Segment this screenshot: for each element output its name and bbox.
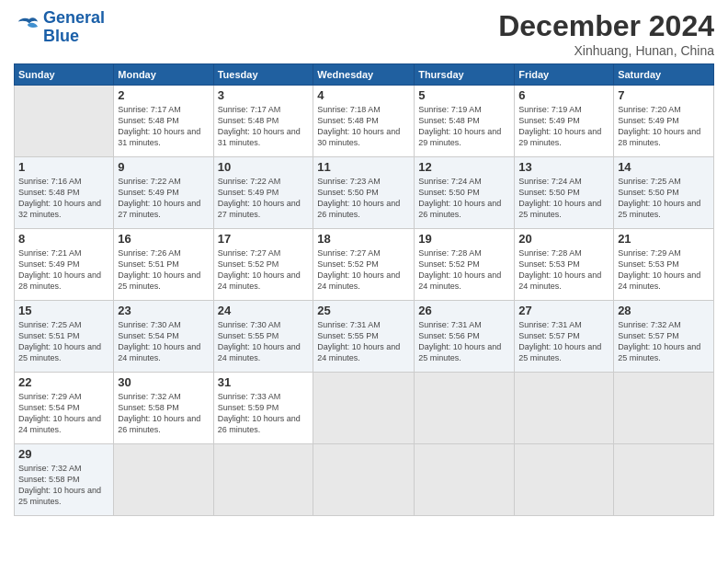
table-row (614, 444, 714, 516)
day-number: 4 (317, 88, 410, 102)
day-info: Sunrise: 7:31 AMSunset: 5:55 PMDaylight:… (317, 319, 410, 364)
day-number: 28 (618, 304, 710, 317)
day-number: 3 (218, 88, 310, 102)
logo: General Blue (14, 9, 105, 46)
day-info: Sunrise: 7:31 AMSunset: 5:57 PMDaylight:… (518, 319, 609, 364)
table-row (415, 444, 515, 516)
day-info: Sunrise: 7:25 AMSunset: 5:50 PMDaylight:… (618, 176, 710, 221)
table-row: 22Sunrise: 7:29 AMSunset: 5:54 PMDayligh… (15, 373, 114, 444)
table-row: 3Sunrise: 7:17 AMSunset: 5:48 PMDaylight… (213, 86, 313, 157)
calendar-row: 22Sunrise: 7:29 AMSunset: 5:54 PMDayligh… (15, 373, 714, 444)
table-row: 12Sunrise: 7:24 AMSunset: 5:50 PMDayligh… (415, 157, 515, 229)
table-row: 28Sunrise: 7:32 AMSunset: 5:57 PMDayligh… (614, 301, 714, 373)
day-number: 14 (618, 160, 710, 174)
table-row: 25Sunrise: 7:31 AMSunset: 5:55 PMDayligh… (313, 301, 415, 373)
day-info: Sunrise: 7:29 AMSunset: 5:54 PMDaylight:… (18, 391, 109, 436)
day-number: 24 (218, 304, 310, 317)
day-number: 2 (118, 88, 209, 102)
table-row: 24Sunrise: 7:30 AMSunset: 5:55 PMDayligh… (213, 301, 313, 373)
day-number: 16 (118, 232, 209, 246)
table-row: 10Sunrise: 7:22 AMSunset: 5:49 PMDayligh… (213, 157, 313, 229)
day-info: Sunrise: 7:31 AMSunset: 5:56 PMDaylight:… (418, 319, 510, 364)
table-row (313, 373, 415, 444)
day-number: 6 (518, 88, 609, 102)
table-row: 30Sunrise: 7:32 AMSunset: 5:58 PMDayligh… (114, 373, 213, 444)
table-row (415, 373, 515, 444)
day-info: Sunrise: 7:26 AMSunset: 5:51 PMDaylight:… (118, 247, 209, 293)
day-info: Sunrise: 7:21 AMSunset: 5:49 PMDaylight:… (18, 247, 109, 293)
calendar: Sunday Monday Tuesday Wednesday Thursday… (14, 63, 714, 516)
table-row: 20Sunrise: 7:28 AMSunset: 5:53 PMDayligh… (515, 229, 614, 301)
day-info: Sunrise: 7:33 AMSunset: 5:59 PMDaylight:… (218, 391, 310, 436)
day-number: 9 (118, 160, 209, 174)
day-number: 1 (18, 160, 109, 174)
table-row: 29Sunrise: 7:32 AMSunset: 5:58 PMDayligh… (15, 444, 114, 516)
col-monday: Monday (114, 64, 213, 86)
col-wednesday: Wednesday (313, 64, 415, 86)
col-thursday: Thursday (415, 64, 515, 86)
day-info: Sunrise: 7:19 AMSunset: 5:48 PMDaylight:… (418, 104, 510, 149)
day-info: Sunrise: 7:17 AMSunset: 5:48 PMDaylight:… (218, 104, 310, 149)
logo-icon (14, 15, 40, 40)
table-row (114, 444, 213, 516)
day-info: Sunrise: 7:29 AMSunset: 5:53 PMDaylight:… (618, 247, 710, 293)
day-info: Sunrise: 7:30 AMSunset: 5:55 PMDaylight:… (218, 319, 310, 364)
day-info: Sunrise: 7:22 AMSunset: 5:49 PMDaylight:… (218, 176, 310, 221)
table-row: 18Sunrise: 7:27 AMSunset: 5:52 PMDayligh… (313, 229, 415, 301)
table-row (213, 444, 313, 516)
calendar-header-row: Sunday Monday Tuesday Wednesday Thursday… (15, 64, 714, 86)
title-area: December 2024 Xinhuang, Hunan, China (498, 9, 714, 58)
page-container: General Blue December 2024 Xinhuang, Hun… (0, 0, 728, 525)
day-info: Sunrise: 7:27 AMSunset: 5:52 PMDaylight:… (317, 247, 410, 293)
month-title: December 2024 (498, 9, 714, 43)
table-row: 23Sunrise: 7:30 AMSunset: 5:54 PMDayligh… (114, 301, 213, 373)
table-row: 9Sunrise: 7:22 AMSunset: 5:49 PMDaylight… (114, 157, 213, 229)
day-info: Sunrise: 7:27 AMSunset: 5:52 PMDaylight:… (218, 247, 310, 293)
day-info: Sunrise: 7:24 AMSunset: 5:50 PMDaylight:… (418, 176, 510, 221)
day-number: 22 (18, 375, 109, 389)
table-row: 7Sunrise: 7:20 AMSunset: 5:49 PMDaylight… (614, 86, 714, 157)
calendar-row: 2Sunrise: 7:17 AMSunset: 5:48 PMDaylight… (15, 86, 714, 157)
calendar-row: 29Sunrise: 7:32 AMSunset: 5:58 PMDayligh… (15, 444, 714, 516)
table-row: 15Sunrise: 7:25 AMSunset: 5:51 PMDayligh… (15, 301, 114, 373)
table-row: 11Sunrise: 7:23 AMSunset: 5:50 PMDayligh… (313, 157, 415, 229)
day-info: Sunrise: 7:17 AMSunset: 5:48 PMDaylight:… (118, 104, 209, 149)
logo-line1: General (43, 8, 105, 27)
day-info: Sunrise: 7:28 AMSunset: 5:52 PMDaylight:… (418, 247, 510, 293)
col-sunday: Sunday (15, 64, 114, 86)
location: Xinhuang, Hunan, China (498, 43, 714, 58)
table-row: 16Sunrise: 7:26 AMSunset: 5:51 PMDayligh… (114, 229, 213, 301)
day-info: Sunrise: 7:20 AMSunset: 5:49 PMDaylight:… (618, 104, 710, 149)
day-number: 10 (218, 160, 310, 174)
table-row: 8Sunrise: 7:21 AMSunset: 5:49 PMDaylight… (15, 229, 114, 301)
calendar-row: 15Sunrise: 7:25 AMSunset: 5:51 PMDayligh… (15, 301, 714, 373)
day-info: Sunrise: 7:16 AMSunset: 5:48 PMDaylight:… (18, 176, 109, 221)
day-number: 31 (218, 375, 310, 389)
table-row: 31Sunrise: 7:33 AMSunset: 5:59 PMDayligh… (213, 373, 313, 444)
day-number: 25 (317, 304, 410, 317)
col-friday: Friday (515, 64, 614, 86)
day-number: 15 (18, 304, 109, 317)
col-tuesday: Tuesday (213, 64, 313, 86)
day-info: Sunrise: 7:19 AMSunset: 5:49 PMDaylight:… (518, 104, 609, 149)
day-number: 11 (317, 160, 410, 174)
day-info: Sunrise: 7:32 AMSunset: 5:58 PMDaylight:… (118, 391, 209, 436)
logo-text: General Blue (43, 9, 105, 46)
day-number: 8 (18, 232, 109, 246)
day-info: Sunrise: 7:23 AMSunset: 5:50 PMDaylight:… (317, 176, 410, 221)
table-row: 5Sunrise: 7:19 AMSunset: 5:48 PMDaylight… (415, 86, 515, 157)
day-info: Sunrise: 7:32 AMSunset: 5:57 PMDaylight:… (618, 319, 710, 364)
logo-line2: Blue (43, 27, 79, 45)
table-row: 14Sunrise: 7:25 AMSunset: 5:50 PMDayligh… (614, 157, 714, 229)
day-number: 12 (418, 160, 510, 174)
day-number: 13 (518, 160, 609, 174)
day-number: 20 (518, 232, 609, 246)
calendar-row: 1Sunrise: 7:16 AMSunset: 5:48 PMDaylight… (15, 157, 714, 229)
day-number: 19 (418, 232, 510, 246)
table-row (313, 444, 415, 516)
calendar-row: 8Sunrise: 7:21 AMSunset: 5:49 PMDaylight… (15, 229, 714, 301)
table-row: 26Sunrise: 7:31 AMSunset: 5:56 PMDayligh… (415, 301, 515, 373)
day-info: Sunrise: 7:22 AMSunset: 5:49 PMDaylight:… (118, 176, 209, 221)
table-row: 17Sunrise: 7:27 AMSunset: 5:52 PMDayligh… (213, 229, 313, 301)
day-info: Sunrise: 7:28 AMSunset: 5:53 PMDaylight:… (518, 247, 609, 293)
